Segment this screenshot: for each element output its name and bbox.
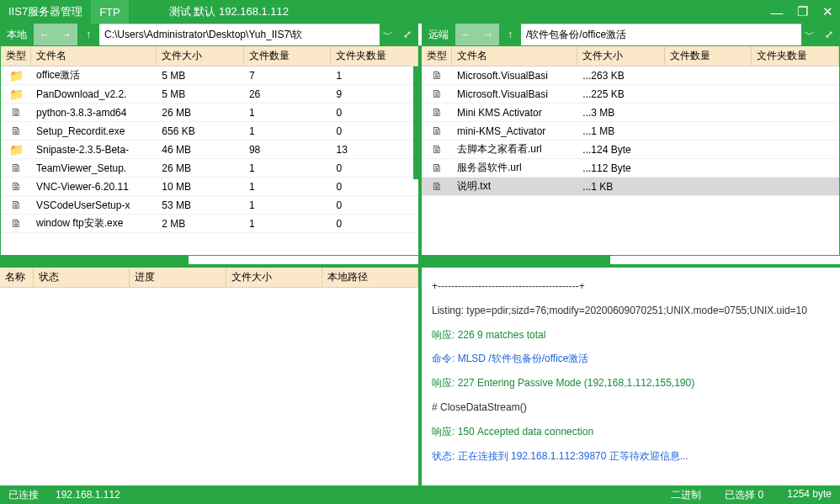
col-folders[interactable]: 文件夹数量 (331, 46, 418, 66)
table-row[interactable]: 🗎说明.txt...1 KB (422, 178, 839, 196)
col-size[interactable]: 文件大小 (226, 268, 322, 287)
cell-name: python-3.8.3-amd64 (31, 107, 157, 119)
local-scrollbar[interactable] (413, 66, 418, 179)
log-line: 响应: 226 9 matches total (432, 323, 830, 347)
folder-icon: 📁 (9, 88, 24, 101)
table-row[interactable]: 🗎去脚本之家看看.url...124 Byte (422, 141, 839, 159)
status-bar: 已连接 192.168.1.112 二进制 已选择 0 1254 byte (0, 485, 840, 504)
remote-path-dropdown[interactable]: ﹀ (801, 24, 818, 45)
close-button[interactable]: ✕ (815, 0, 840, 24)
cell-folders: 0 (331, 107, 418, 119)
file-panes: 类型 文件名 文件大小 文件数量 文件夹数量 📁office激活5 MB71📁P… (0, 45, 840, 256)
cell-size: ...263 KB (577, 70, 665, 82)
maximize-button[interactable]: ❐ (789, 0, 815, 24)
col-name[interactable]: 文件名 (452, 46, 577, 66)
table-row[interactable]: 🗎VNC-Viewer-6.20.1110 MB10 (1, 178, 418, 196)
cell-size: 5 MB (157, 88, 244, 100)
cell-name: 去脚本之家看看.url (452, 142, 577, 157)
local-up-button[interactable]: ↑ (77, 24, 99, 45)
file-icon: 🗎 (432, 69, 443, 82)
cell-folders: 0 (331, 162, 418, 174)
remote-up-button[interactable]: ↑ (499, 24, 521, 45)
cell-name: mini-KMS_Activator (452, 125, 577, 137)
table-row[interactable]: 🗎服务器软件.url...112 Byte (422, 159, 839, 178)
cell-type: 📁 (1, 88, 31, 101)
local-file-list[interactable]: 📁office激活5 MB71📁PanDownload_v2.2.5 MB269… (1, 66, 418, 255)
table-row[interactable]: 🗎mini-KMS_Activator...1 MB (422, 122, 839, 141)
col-count[interactable]: 文件数量 (665, 46, 752, 66)
file-icon: 🗎 (11, 162, 22, 174)
remote-hscroll[interactable] (422, 256, 610, 264)
table-row[interactable]: 🗎Mini KMS Activator...3 MB (422, 103, 839, 122)
col-progress[interactable]: 进度 (130, 268, 226, 287)
cell-name: Setup_Recordit.exe (31, 125, 157, 137)
col-count[interactable]: 文件数量 (244, 46, 332, 66)
local-label: 本地 (0, 24, 34, 45)
col-name[interactable]: 名称 (0, 268, 34, 287)
col-name[interactable]: 文件名 (31, 46, 157, 66)
file-icon: 🗎 (432, 162, 443, 174)
cell-count: 98 (244, 144, 332, 156)
file-icon: 🗎 (11, 125, 22, 137)
local-back-button[interactable]: ← (34, 24, 56, 45)
table-row[interactable]: 🗎Microsoft.VisualBasi...225 KB (422, 85, 839, 103)
table-row[interactable]: 🗎window ftp安装.exe2 MB10 (1, 215, 418, 233)
log-output[interactable]: +---------------------------------------… (422, 268, 840, 485)
transfer-list[interactable]: ↖ (0, 288, 418, 485)
minimize-button[interactable]: — (764, 0, 789, 24)
local-path-input[interactable]: C:\Users\Administrator\Desktop\Yuh_IIS7\… (99, 24, 380, 45)
table-row[interactable]: 🗎python-3.8.3-amd6426 MB10 (1, 103, 418, 122)
cell-type: 🗎 (422, 106, 452, 119)
cell-name: TeamViewer_Setup. (31, 162, 157, 174)
table-row[interactable]: 🗎Microsoft.VisualBasi...263 KB (422, 66, 839, 85)
col-type[interactable]: 类型 (1, 46, 31, 66)
cell-type: 🗎 (1, 199, 31, 211)
file-icon: 🗎 (11, 180, 22, 193)
local-path-dropdown[interactable]: ﹀ (380, 24, 396, 45)
cell-size: 10 MB (157, 181, 244, 193)
cell-folders: 13 (331, 144, 418, 156)
status-bytes: 1254 byte (787, 488, 832, 502)
remote-expand-button[interactable]: ⤢ (818, 24, 840, 45)
table-row[interactable]: 📁PanDownload_v2.2.5 MB269 (1, 85, 418, 103)
cell-folders: 0 (331, 125, 418, 137)
cell-name: Snipaste-2.3.5-Beta- (31, 144, 157, 156)
cell-count: 1 (244, 181, 332, 193)
cell-name: VNC-Viewer-6.20.11 (31, 181, 157, 193)
col-size[interactable]: 文件大小 (577, 46, 665, 66)
cell-size: ...3 MB (577, 107, 665, 119)
cell-folders: 0 (331, 199, 418, 211)
cell-name: Mini KMS Activator (452, 107, 577, 119)
remote-table-header: 类型 文件名 文件大小 文件数量 文件夹数量 (422, 46, 839, 66)
table-row[interactable]: 🗎Setup_Recordit.exe656 KB10 (1, 122, 418, 141)
log-line: 状态: 正在连接到 192.168.1.112:39870 正等待欢迎信息... (432, 444, 830, 469)
col-status[interactable]: 状态 (34, 268, 130, 287)
table-row[interactable]: 🗎VSCodeUserSetup-x53 MB10 (1, 196, 418, 215)
table-row[interactable]: 📁office激活5 MB71 (1, 66, 418, 85)
cell-type: 🗎 (1, 125, 31, 137)
cell-size: 2 MB (157, 218, 244, 230)
cell-count: 1 (244, 107, 332, 119)
cell-folders: 1 (331, 70, 418, 82)
remote-back-button[interactable]: ← (455, 24, 477, 45)
app-name: IIS7服务器管理 (0, 0, 91, 24)
table-row[interactable]: 📁Snipaste-2.3.5-Beta-46 MB9813 (1, 141, 418, 159)
file-icon: 🗎 (432, 88, 443, 100)
local-forward-button[interactable]: → (56, 24, 77, 45)
cell-size: ...124 Byte (577, 144, 665, 156)
col-type[interactable]: 类型 (422, 46, 452, 66)
remote-forward-button[interactable]: → (477, 24, 499, 45)
col-size[interactable]: 文件大小 (157, 46, 244, 66)
remote-file-list[interactable]: 🗎Microsoft.VisualBasi...263 KB🗎Microsoft… (422, 66, 839, 255)
local-hscroll[interactable] (0, 256, 189, 264)
log-line: 命令: MLSD /软件包备份/office激活 (432, 347, 830, 371)
cell-type: 🗎 (422, 143, 452, 156)
table-row[interactable]: 🗎TeamViewer_Setup.26 MB10 (1, 159, 418, 178)
local-expand-button[interactable]: ⤢ (396, 24, 418, 45)
remote-path-input[interactable]: /软件包备份/office激活 (521, 24, 801, 45)
folder-icon: 📁 (9, 143, 24, 157)
col-localpath[interactable]: 本地路径 (322, 268, 418, 287)
col-folders[interactable]: 文件夹数量 (752, 46, 839, 66)
cell-type: 🗎 (422, 125, 452, 137)
cell-type: 🗎 (1, 217, 31, 230)
